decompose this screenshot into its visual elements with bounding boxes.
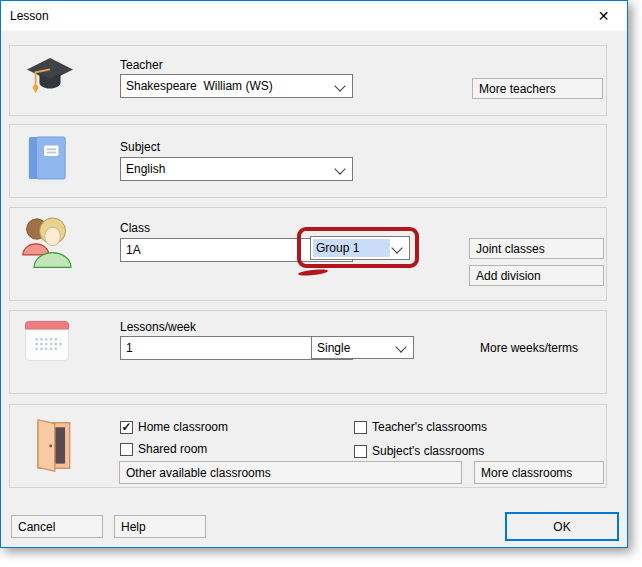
window-title: Lesson xyxy=(10,9,49,23)
subject-select[interactable]: English xyxy=(120,157,353,181)
frequency-select[interactable]: Single xyxy=(311,336,414,359)
checkbox-box xyxy=(120,443,133,456)
subject-select-value: English xyxy=(126,158,330,180)
class-section: Class 1A Group 1 Joint classes Add divis… xyxy=(9,207,607,301)
close-icon: ✕ xyxy=(598,8,610,24)
home-classroom-checkbox[interactable]: ✓ Home classroom xyxy=(120,419,228,435)
teacher-label: Teacher xyxy=(120,58,163,72)
subjects-classrooms-label: Subject's classrooms xyxy=(372,444,484,458)
close-button[interactable]: ✕ xyxy=(581,1,626,30)
subject-section: Subject English xyxy=(9,124,607,198)
lessons-per-week-value: 1 xyxy=(126,337,330,359)
students-icon xyxy=(22,216,72,268)
frequency-select-value: Single xyxy=(317,337,391,358)
teacher-section: Teacher Shakespeare William (WS) More te… xyxy=(9,45,607,116)
chevron-down-icon xyxy=(395,341,406,352)
teachers-classrooms-checkbox[interactable]: Teacher's classrooms xyxy=(354,419,487,435)
add-division-button[interactable]: Add division xyxy=(469,265,604,286)
other-available-classrooms-button[interactable]: Other available classrooms xyxy=(119,461,462,484)
ok-button[interactable]: OK xyxy=(505,512,619,541)
checkbox-box xyxy=(354,445,367,458)
checkbox-box xyxy=(354,421,367,434)
group-select-value: Group 1 xyxy=(313,239,390,257)
chevron-down-icon xyxy=(391,242,402,253)
teacher-select-value: Shakespeare William (WS) xyxy=(126,75,330,97)
lesson-dialog: Lesson ✕ Teacher Shakespeare William (WS… xyxy=(0,0,628,548)
subjects-classrooms-checkbox[interactable]: Subject's classrooms xyxy=(354,443,484,459)
subject-label: Subject xyxy=(120,140,160,154)
help-button[interactable]: Help xyxy=(114,515,206,538)
group-select[interactable]: Group 1 xyxy=(310,236,410,260)
lessons-per-week-label: Lessons/week xyxy=(120,320,196,334)
checkbox-check-icon: ✓ xyxy=(120,421,133,434)
more-weeks-terms-label: More weeks/terms xyxy=(480,341,578,355)
cancel-button[interactable]: Cancel xyxy=(11,515,103,538)
teachers-classrooms-label: Teacher's classrooms xyxy=(372,420,487,434)
teacher-select[interactable]: Shakespeare William (WS) xyxy=(120,74,353,98)
more-classrooms-button[interactable]: More classrooms xyxy=(474,461,604,484)
home-classroom-label: Home classroom xyxy=(138,420,228,434)
book-icon xyxy=(27,136,67,180)
shared-room-checkbox[interactable]: Shared room xyxy=(120,441,207,457)
graduation-cap-icon xyxy=(24,55,76,101)
chevron-down-icon xyxy=(334,80,345,91)
lessons-week-section: Lessons/week 1 Single More weeks/terms xyxy=(9,310,607,394)
open-door-icon xyxy=(30,418,74,472)
chevron-down-icon xyxy=(334,163,345,174)
class-label: Class xyxy=(120,221,150,235)
calendar-icon xyxy=(24,320,70,362)
joint-classes-button[interactable]: Joint classes xyxy=(469,238,604,259)
more-teachers-button[interactable]: More teachers xyxy=(472,78,603,99)
shared-room-label: Shared room xyxy=(138,442,207,456)
class-select-value: 1A xyxy=(126,239,330,261)
title-bar: Lesson ✕ xyxy=(1,1,627,31)
classrooms-section: ✓ Home classroom Shared room Teacher's c… xyxy=(9,404,607,488)
